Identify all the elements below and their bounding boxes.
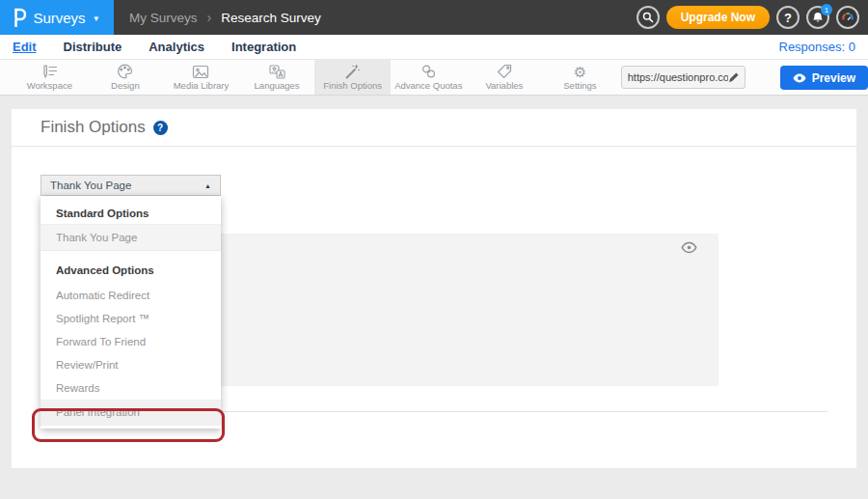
tab-advance-quotas[interactable]: Advance Quotas (391, 60, 467, 95)
tab-languages[interactable]: Languages (239, 60, 315, 95)
search-icon (642, 12, 654, 23)
tab-workspace[interactable]: Workspace (12, 60, 88, 95)
finish-options-dropdown: Standard Options Thank You Page Advanced… (41, 196, 221, 429)
questionpro-logo (14, 8, 26, 27)
gauge-icon (841, 11, 854, 24)
top-header: Surveys ▼ My Surveys › Research Survey U… (0, 0, 868, 35)
responses-count[interactable]: Responses: 0 (779, 40, 856, 54)
question-mark-icon: ? (784, 11, 792, 25)
breadcrumb-separator: › (207, 10, 212, 25)
survey-url-input[interactable] (628, 71, 728, 83)
breadcrumb-current-survey: Research Survey (221, 11, 321, 25)
dropdown-item-automatic-redirect[interactable]: Automatic Redirect (41, 284, 221, 307)
preview-button[interactable]: Preview (780, 66, 868, 90)
account-avatar[interactable] (836, 6, 859, 29)
tag-icon (497, 64, 512, 79)
survey-url-field[interactable] (621, 66, 746, 89)
gear-icon: ⚙ (574, 65, 586, 79)
palette-icon (117, 64, 133, 79)
chain-link-icon (420, 64, 437, 79)
nav-tab-distribute[interactable]: Distribute (64, 40, 122, 54)
breadcrumb: My Surveys › Research Survey (129, 0, 321, 35)
edit-pencil-icon[interactable] (728, 72, 739, 83)
tab-settings[interactable]: ⚙ Settings (542, 60, 618, 95)
translate-icon (269, 65, 285, 79)
tab-variables[interactable]: Variables (467, 60, 543, 95)
finish-option-select[interactable]: Thank You Page ▲ (41, 175, 221, 196)
tab-media-library[interactable]: Media Library (163, 60, 239, 95)
caret-up-icon: ▲ (204, 182, 211, 189)
caret-down-icon: ▼ (93, 14, 100, 23)
notification-badge: 1 (821, 4, 832, 15)
page-title: Finish Options (41, 118, 146, 137)
image-icon (192, 65, 209, 79)
dropdown-group-advanced: Advanced Options (41, 257, 221, 284)
nav-tab-integration[interactable]: Integration (231, 40, 296, 54)
card-header: Finish Options ? (12, 109, 856, 147)
select-value: Thank You Page (50, 180, 131, 191)
dropdown-item-panel-integration[interactable]: Panel Integration (41, 400, 221, 426)
search-button[interactable] (637, 6, 660, 29)
help-circle-icon[interactable]: ? (153, 121, 168, 135)
surveys-product-menu[interactable]: Surveys ▼ (0, 0, 114, 35)
dropdown-item-review-print[interactable]: Review/Print (41, 353, 221, 376)
product-name: Surveys (33, 10, 85, 26)
breadcrumb-my-surveys[interactable]: My Surveys (129, 11, 198, 25)
edit-toolbar: Workspace Design Media Library (0, 60, 868, 96)
visibility-eye-icon[interactable] (681, 241, 697, 254)
dropdown-item-rewards[interactable]: Rewards (41, 376, 221, 400)
upgrade-now-button[interactable]: Upgrade Now (666, 6, 770, 29)
dropdown-item-thank-you-page[interactable]: Thank You Page (41, 225, 221, 251)
header-actions: Upgrade Now ? 1 (637, 0, 868, 35)
workspace-icon (41, 65, 58, 79)
notifications-button[interactable]: 1 (806, 6, 829, 29)
tab-finish-options[interactable]: Finish Options (314, 60, 391, 95)
nav-tab-edit[interactable]: Edit (13, 40, 37, 54)
finish-options-card: Finish Options ? Thank You Page ▲ Standa… (12, 109, 856, 468)
dropdown-item-spotlight-report[interactable]: Spotlight Report ™ (41, 307, 221, 330)
tab-design[interactable]: Design (88, 60, 164, 95)
card-body: Thank You Page ▲ Standard Options Thank … (12, 147, 856, 468)
dropdown-group-standard: Standard Options (41, 196, 221, 225)
magic-wand-icon (344, 64, 361, 79)
nav-tab-analytics[interactable]: Analytics (149, 40, 204, 54)
survey-nav: Edit Distribute Analytics Integration Re… (0, 35, 868, 60)
preview-label: Preview (812, 71, 855, 85)
help-button[interactable]: ? (776, 6, 800, 29)
dropdown-item-forward-to-friend[interactable]: Forward To Friend (41, 330, 221, 353)
eye-icon (793, 73, 806, 83)
